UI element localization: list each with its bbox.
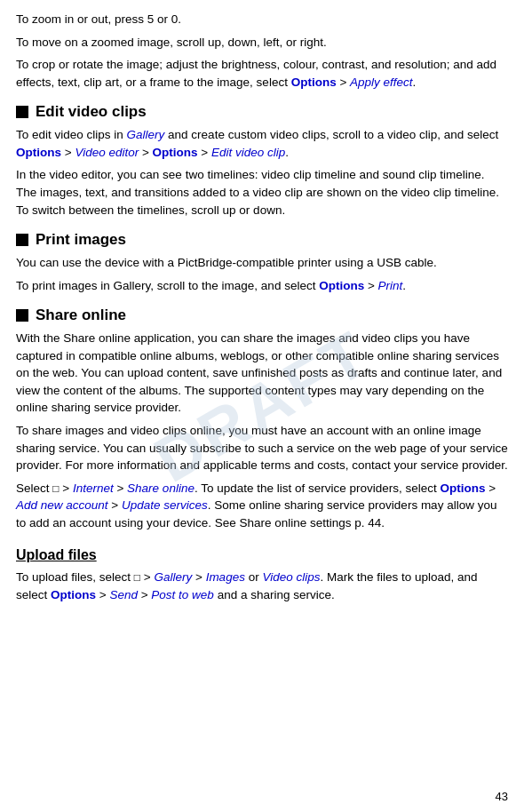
post-to-web-link: Post to web	[151, 588, 214, 601]
uf-gt1: >	[140, 570, 154, 584]
images-link: Images	[206, 570, 245, 584]
gt-1: >	[337, 76, 350, 89]
send-link: Send	[109, 588, 138, 601]
uf-gt3: >	[96, 588, 109, 601]
main-content: To zoom in or out, press 5 or 0. To move…	[16, 11, 508, 604]
so-mid: . To update the list of service provider…	[195, 482, 441, 495]
edit-video-icon	[16, 106, 28, 118]
zoom-para: To zoom in or out, press 5 or 0.	[16, 11, 508, 28]
so-gt3: >	[486, 482, 496, 495]
so-gt2: >	[114, 482, 127, 495]
edit-video-clip-link: Edit video clip	[211, 146, 285, 159]
crop-para: To crop or rotate the image; adjust the …	[16, 56, 508, 91]
edit-video-para1: To edit video clips in Gallery and creat…	[16, 126, 508, 161]
upload-files-heading: Upload files	[16, 547, 508, 563]
share-online-heading-row: Share online	[16, 306, 508, 324]
so-gt1: >	[60, 482, 73, 495]
move-para: To move on a zoomed image, scroll up, do…	[16, 34, 508, 52]
options-bold-2: Options	[153, 146, 198, 159]
uf-gt4: >	[138, 588, 151, 601]
options-bold-4: Options	[441, 482, 486, 495]
ev-gt3: >	[198, 146, 211, 159]
apply-effect-link: Apply effect	[350, 76, 413, 89]
internet-link: Internet	[73, 482, 114, 495]
page-number: 43	[496, 790, 508, 803]
upload-para1: To upload files, select □ > Gallery > Im…	[16, 569, 508, 603]
ev-p1-mid1: and create custom video clips, scroll to…	[164, 128, 498, 141]
so-gt4: >	[108, 498, 122, 512]
share-online-icon	[16, 309, 28, 322]
uf-p1-start: To upload files, select	[16, 570, 134, 584]
crop-text-start: To crop or rotate the image; adjust the …	[16, 58, 496, 89]
edit-video-heading-row: Edit video clips	[16, 103, 508, 121]
crop-text-end: .	[413, 76, 417, 89]
print-images-heading-row: Print images	[16, 231, 508, 249]
ev-gt2: >	[139, 146, 152, 159]
update-services-link: Update services	[122, 498, 208, 512]
options-bold-3: Options	[319, 279, 364, 292]
video-editor-link: Video editor	[75, 146, 139, 159]
share-para3: Select □ > Internet > Share online. To u…	[16, 480, 508, 532]
options-link-1: Options	[291, 76, 337, 89]
options-bold-1: Options	[16, 146, 61, 159]
gallery-link-2: Gallery	[154, 570, 192, 584]
upload-files-heading-row: Upload files	[16, 547, 508, 563]
share-para1: With the Share online application, you c…	[16, 330, 508, 417]
print-images-heading: Print images	[36, 231, 126, 249]
share-online-link: Share online	[127, 482, 195, 495]
uf-gt2: >	[192, 570, 205, 584]
uf-mid: or	[245, 570, 263, 584]
pi-p2-start: To print images in Gallery, scroll to th…	[16, 279, 319, 292]
add-new-account-link: Add new account	[16, 498, 108, 512]
video-clips-link: Video clips	[262, 570, 320, 584]
so-icon: □	[52, 482, 59, 495]
pi-gt: >	[364, 279, 377, 292]
share-online-heading: Share online	[36, 306, 126, 324]
share-para2: To share images and video clips online, …	[16, 422, 508, 474]
options-bold-5: Options	[51, 588, 96, 601]
uf-icon: □	[134, 571, 140, 584]
ev-p1-start: To edit video clips in	[16, 128, 127, 141]
print-link: Print	[378, 279, 403, 292]
print-para2: To print images in Gallery, scroll to th…	[16, 277, 508, 295]
so-p3-start: Select	[16, 482, 52, 495]
print-para1: You can use the device with a PictBridge…	[16, 254, 508, 272]
edit-video-para2: In the video editor, you can see two tim…	[16, 166, 508, 219]
ev-p1-end: .	[285, 146, 289, 159]
gallery-link-1: Gallery	[127, 128, 165, 141]
print-images-icon	[16, 234, 28, 246]
ev-gt1: >	[61, 146, 75, 159]
pi-p2-end: .	[402, 279, 406, 292]
uf-p1-end: and a sharing service.	[214, 588, 335, 601]
edit-video-heading: Edit video clips	[36, 103, 147, 121]
